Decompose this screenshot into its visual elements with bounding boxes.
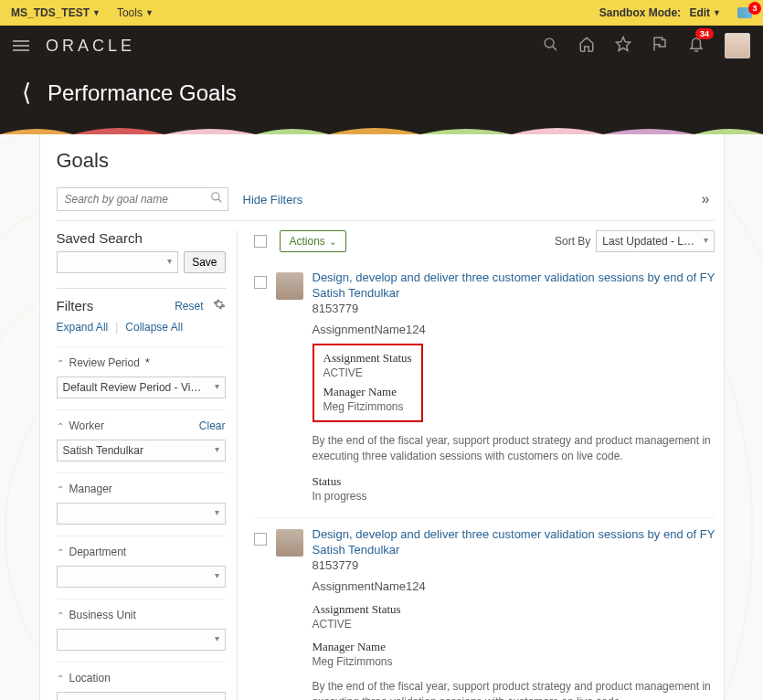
business-unit-select[interactable] — [57, 629, 226, 651]
saved-search-select[interactable] — [57, 251, 179, 273]
expand-icon[interactable]: » — [701, 191, 707, 207]
clear-worker-link[interactable]: Clear — [199, 419, 226, 432]
manager-name-value: Meg Fitzimmons — [313, 655, 715, 668]
goal-id: 8153779 — [313, 558, 715, 572]
bell-icon[interactable]: 34 — [688, 36, 705, 56]
goal-assignment: AssignmentName124 — [313, 323, 715, 336]
separator: | — [115, 321, 118, 334]
svg-line-1 — [553, 46, 556, 49]
reset-link[interactable]: Reset — [175, 300, 203, 313]
assignment-status-label: Assignment Status — [313, 602, 715, 617]
filter-label-worker: Worker — [69, 419, 104, 432]
sandbox-env-dropdown[interactable]: MS_TDS_TEST ▼ — [11, 6, 101, 19]
goal-assignment: AssignmentName124 — [313, 579, 715, 593]
department-select[interactable] — [57, 566, 226, 588]
bell-count: 34 — [695, 28, 714, 39]
sandbox-bar: MS_TDS_TEST ▼ Tools ▼ Sandbox Mode: Edit… — [0, 0, 763, 26]
chevron-down-icon: ⌄ — [329, 237, 336, 247]
global-header: ORACLE 34 — [0, 26, 763, 66]
home-icon[interactable] — [578, 36, 595, 56]
search-icon[interactable] — [210, 191, 223, 207]
page-header: ⟨ Performance Goals — [0, 66, 763, 123]
filter-label-location: Location — [69, 672, 111, 684]
assignment-status-value: ACTIVE — [323, 366, 412, 379]
goal-person-link[interactable]: Satish Tendulkar — [313, 543, 715, 557]
sandbox-mode-label: Sandbox Mode: — [599, 6, 681, 19]
sort-by-label: Sort By — [555, 235, 590, 248]
search-icon[interactable] — [543, 37, 558, 56]
chevron-icon[interactable]: ⌃ — [57, 547, 64, 557]
sandbox-tools-label: Tools — [117, 6, 143, 19]
goal-item: Design, develop and deliver three custom… — [254, 261, 715, 517]
svg-marker-2 — [617, 37, 631, 51]
filter-label-review-period: Review Period — [69, 356, 140, 369]
chevron-icon[interactable]: ⌃ — [57, 673, 64, 684]
caret-icon: ▼ — [92, 8, 101, 17]
search-input[interactable] — [57, 187, 228, 211]
avatar[interactable] — [725, 33, 750, 58]
sandbox-tools-dropdown[interactable]: Tools ▼ — [117, 6, 154, 19]
chevron-icon[interactable]: ⌃ — [57, 610, 64, 620]
oracle-logo: ORACLE — [46, 37, 135, 56]
filters-title: Filters — [57, 298, 94, 313]
filter-label-department: Department — [69, 546, 127, 558]
location-select[interactable] — [57, 692, 226, 700]
actions-button[interactable]: Actions ⌄ — [280, 230, 346, 252]
review-period-select[interactable]: Default Review Period - Vision — [57, 377, 226, 398]
assignment-status-label: Assignment Status — [323, 351, 412, 366]
select-all-checkbox[interactable] — [254, 235, 267, 248]
worker-select[interactable]: Satish Tendulkar — [57, 440, 226, 461]
svg-point-4 — [211, 193, 218, 200]
chevron-icon[interactable]: ⌃ — [57, 358, 64, 368]
sandbox-notifications[interactable]: 3 — [737, 7, 752, 18]
goals-list: Actions ⌄ Sort By Last Updated - Latest … — [238, 230, 715, 700]
goal-checkbox[interactable] — [254, 276, 267, 289]
filters-sidebar: Saved Search Save Filters Reset — [57, 230, 238, 700]
toolbar: Hide Filters » — [57, 187, 715, 221]
status-label: Status — [313, 474, 715, 489]
panel-title: Goals — [57, 149, 715, 173]
svg-line-5 — [217, 199, 221, 203]
sandbox-mode-value: Edit — [689, 6, 710, 19]
manager-name-value: Meg Fitzimmons — [323, 400, 412, 413]
goal-id: 8153779 — [313, 302, 715, 315]
goal-checkbox[interactable] — [254, 533, 267, 546]
gear-icon[interactable] — [213, 298, 226, 313]
goal-item: Design, develop and deliver three custom… — [254, 517, 715, 700]
actions-label: Actions — [290, 235, 325, 248]
caret-icon: ▼ — [713, 8, 721, 17]
manager-name-label: Manager Name — [313, 640, 715, 654]
main-content: Goals Hide Filters » Saved Search Save — [39, 134, 725, 700]
avatar[interactable] — [276, 272, 303, 300]
collapse-all-link[interactable]: Collapse All — [125, 321, 183, 334]
saved-search-title: Saved Search — [57, 230, 226, 246]
goal-description: By the end of the fiscal year, support p… — [313, 679, 715, 700]
assignment-status-value: ACTIVE — [313, 618, 715, 631]
chevron-icon[interactable]: ⌃ — [57, 484, 64, 494]
sandbox-mode-dropdown[interactable]: Sandbox Mode: Edit ▼ — [599, 6, 721, 19]
save-button[interactable]: Save — [184, 251, 225, 273]
sort-select[interactable]: Last Updated - Latest to Oldest — [596, 230, 715, 252]
filter-label-manager: Manager — [69, 483, 112, 495]
sandbox-env-label: MS_TDS_TEST — [11, 6, 90, 19]
highlight-box: Assignment Status ACTIVE Manager Name Me… — [313, 344, 423, 422]
notification-count: 3 — [748, 2, 761, 15]
caret-icon: ▼ — [145, 8, 154, 17]
expand-all-link[interactable]: Expand All — [57, 321, 109, 334]
star-icon[interactable] — [615, 36, 631, 56]
status-value: In progress — [313, 490, 715, 503]
hamburger-menu-icon[interactable] — [13, 37, 29, 54]
required-marker: * — [145, 356, 150, 369]
manager-name-label: Manager Name — [323, 385, 412, 399]
svg-point-0 — [545, 38, 554, 48]
goal-description: By the end of the fiscal year, support p… — [313, 433, 715, 465]
flag-icon[interactable] — [652, 36, 668, 56]
goal-title-link[interactable]: Design, develop and deliver three custom… — [313, 527, 715, 541]
chevron-icon[interactable]: ⌃ — [57, 421, 64, 431]
goal-person-link[interactable]: Satish Tendulkar — [313, 286, 715, 300]
hide-filters-link[interactable]: Hide Filters — [243, 193, 303, 207]
back-arrow-icon[interactable]: ⟨ — [22, 79, 31, 107]
goal-title-link[interactable]: Design, develop and deliver three custom… — [313, 270, 715, 284]
manager-select[interactable] — [57, 503, 226, 525]
avatar[interactable] — [276, 529, 303, 557]
